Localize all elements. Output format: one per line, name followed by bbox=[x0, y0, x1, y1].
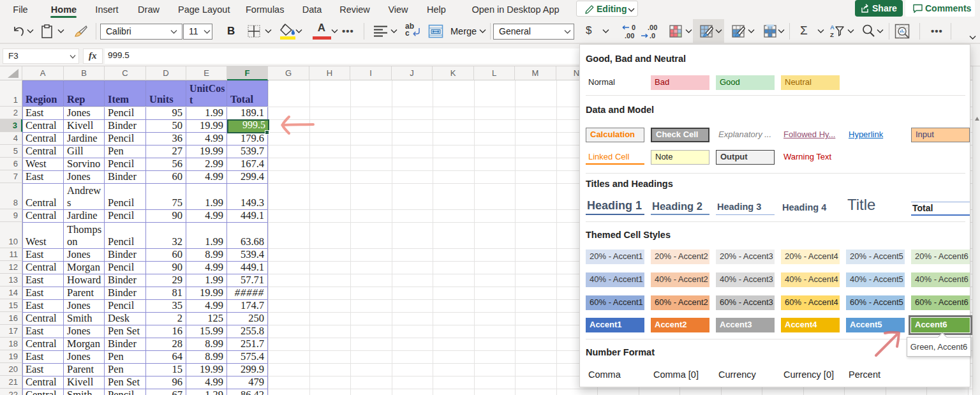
svg-text:A: A bbox=[830, 24, 835, 31]
svg-text:Z: Z bbox=[830, 31, 834, 38]
svg-text:.0: .0 bbox=[650, 32, 655, 40]
svg-text:0: 0 bbox=[632, 24, 635, 31]
svg-text:.00: .00 bbox=[625, 32, 634, 40]
svg-text:.00: .00 bbox=[648, 24, 657, 31]
